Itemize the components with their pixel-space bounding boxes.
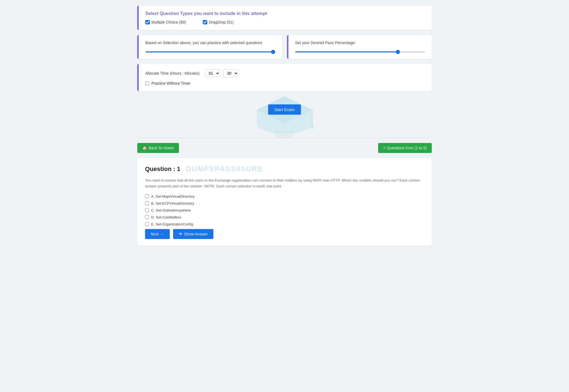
option-a-label: A. Set-MapiVirtualDirectory	[151, 194, 195, 198]
question-options-list: A. Set-MapiVirtualDirectory B. Set-ECPVi…	[145, 194, 424, 226]
show-answer-label: Show Answer	[184, 232, 208, 236]
multiple-choice-checkbox[interactable]	[145, 20, 150, 24]
pass-percentage-label: Set your Desired Pass Percentage:	[295, 41, 425, 45]
brand-watermark: DUMPSPASS4SURE	[186, 165, 263, 173]
question-types-options: Multiple Choice (89) DragDrop (51)	[145, 20, 425, 24]
option-b-label: B. Set-ECPVirtualDirectory	[151, 201, 194, 205]
option-b-checkbox[interactable]	[145, 201, 149, 205]
timer-label: Allocate Time (Hours : Minutes)	[145, 71, 199, 76]
eye-icon: 👁	[179, 232, 183, 236]
slider-section: Based on Selection above, you can practi…	[137, 35, 432, 59]
questions-info-label: Questions from (1 to 5)	[387, 146, 427, 150]
option-b: B. Set-ECPVirtualDirectory	[145, 201, 424, 205]
option-d-label: D. Set-CasMailbox	[151, 215, 181, 219]
svg-rect-5	[276, 136, 293, 139]
multiple-choice-label: Multiple Choice (89)	[151, 20, 186, 24]
question-types-title: Select Question Types you want to includ…	[145, 11, 425, 16]
questions-info-button[interactable]: ? Questions from (1 to 5)	[378, 143, 432, 153]
practice-without-timer-label: Practice Without Timer	[151, 81, 191, 86]
selection-info-label: Based on Selection above, you can practi…	[145, 41, 275, 45]
selection-slider[interactable]	[145, 51, 275, 52]
navigation-bar: 🏠 Back To Home ? Questions from (1 to 5)	[137, 143, 432, 153]
option-c-checkbox[interactable]	[145, 208, 149, 212]
dragdrop-checkbox[interactable]	[203, 20, 207, 24]
svg-point-2	[311, 125, 314, 129]
option-e-checkbox[interactable]	[145, 222, 149, 226]
option-d-checkbox[interactable]	[145, 215, 149, 219]
show-answer-button[interactable]: 👁 Show Answer	[173, 229, 213, 239]
practice-without-timer-row: Practice Without Timer	[145, 81, 425, 86]
svg-rect-4	[275, 133, 294, 136]
question-mark-icon: ?	[383, 146, 385, 150]
multiple-choice-option[interactable]: Multiple Choice (89)	[145, 20, 186, 24]
question-number: Question : 1	[145, 165, 180, 173]
option-e: E. Set-OrganizationConfig	[145, 222, 424, 226]
pass-percentage-card: Set your Desired Pass Percentage:	[287, 35, 432, 59]
option-a: A. Set-MapiVirtualDirectory	[145, 194, 424, 198]
option-d: D. Set-CasMailbox	[145, 215, 424, 219]
timer-card: Allocate Time (Hours : Minutes) 01 02 03…	[137, 64, 432, 91]
practice-without-timer-checkbox[interactable]	[145, 81, 149, 85]
question-card: Question : 1 DUMPSPASS4SURE You need to …	[137, 158, 432, 246]
timer-row: Allocate Time (Hours : Minutes) 01 02 03…	[145, 69, 425, 77]
next-label: Next	[151, 232, 159, 236]
graduation-cap-watermark	[254, 88, 315, 143]
option-c-label: C. Set-OutlookAnywhere	[151, 208, 191, 212]
next-button[interactable]: Next →	[145, 229, 170, 239]
start-exam-button[interactable]: Start Exam	[268, 104, 301, 115]
back-to-home-button[interactable]: 🏠 Back To Home	[137, 143, 179, 153]
home-icon: 🏠	[142, 146, 147, 150]
hours-select[interactable]: 01 02 03	[205, 69, 220, 77]
option-e-label: E. Set-OrganizationConfig	[151, 222, 193, 226]
pass-percentage-slider[interactable]	[295, 51, 425, 52]
dragdrop-label: DragDrop (51)	[209, 20, 234, 24]
selection-info-card: Based on Selection above, you can practi…	[137, 35, 282, 59]
question-body: You need to ensure that all the users in…	[145, 178, 424, 189]
dragdrop-option[interactable]: DragDrop (51)	[203, 20, 234, 24]
bottom-nav: Next → 👁 Show Answer	[145, 229, 424, 239]
option-c: C. Set-OutlookAnywhere	[145, 208, 424, 212]
question-header: Question : 1 DUMPSPASS4SURE	[145, 165, 424, 173]
option-a-checkbox[interactable]	[145, 194, 149, 198]
minutes-select[interactable]: 00 15 30 45	[223, 69, 238, 77]
back-to-home-label: Back To Home	[149, 146, 174, 150]
question-types-card: Select Question Types you want to includ…	[137, 6, 432, 30]
arrow-right-icon: →	[160, 232, 164, 236]
svg-rect-3	[273, 131, 296, 134]
